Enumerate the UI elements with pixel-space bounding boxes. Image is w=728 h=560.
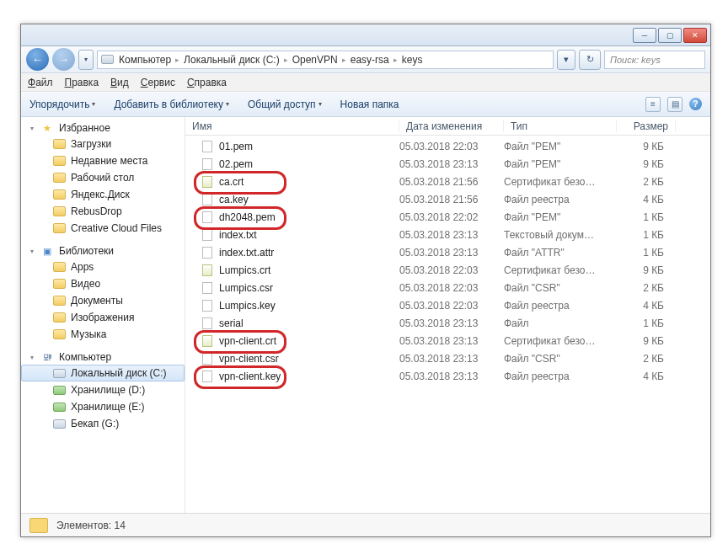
col-size[interactable]: Размер [617, 120, 676, 132]
file-row[interactable]: vpn-client.crt05.03.2018 23:13Сертификат… [185, 332, 710, 349]
new-folder-button[interactable]: Новая папка [340, 99, 399, 110]
back-button[interactable]: ← [26, 48, 49, 71]
file-size: 4 КБ [617, 300, 676, 312]
crumb[interactable]: OpenVPN [292, 54, 338, 66]
statusbar: Элементов: 14 [21, 513, 710, 536]
crumb[interactable]: easy-rsa [351, 54, 389, 66]
search-input[interactable]: Поиск: keys [604, 51, 705, 69]
titlebar: ─ ▢ ✕ [21, 24, 710, 46]
file-size: 2 КБ [617, 353, 676, 365]
file-row[interactable]: index.txt05.03.2018 23:13Текстовый докум… [185, 226, 710, 243]
file-row[interactable]: vpn-client.key05.03.2018 23:13Файл реест… [185, 367, 710, 385]
crumb[interactable]: Компьютер [119, 54, 171, 66]
file-date: 05.03.2018 23:13 [399, 317, 504, 329]
organize-button[interactable]: Упорядочить▾ [29, 99, 95, 110]
add-library-button[interactable]: Добавить в библиотеку▾ [114, 99, 229, 110]
file-name: vpn-client.crt [219, 335, 276, 347]
refresh-button[interactable]: ↻ [579, 50, 601, 70]
address-bar[interactable]: Компьютер▸ Локальный диск (C:)▸ OpenVPN▸… [97, 51, 554, 69]
file-type: Сертификат безо… [504, 176, 617, 188]
maximize-button[interactable]: ▢ [658, 28, 682, 43]
sidebar-item-fav-0[interactable]: Загрузки [21, 136, 185, 152]
drive-icon [101, 55, 114, 64]
sidebar-item-comp-1[interactable]: Хранилище (D:) [21, 381, 185, 398]
file-row[interactable]: ca.key05.03.2018 21:56Файл реестра4 КБ [185, 190, 710, 208]
sidebar-item-label: Видео [71, 278, 100, 290]
file-type: Файл "CSR" [504, 353, 617, 365]
sidebar-item-lib-1[interactable]: Видео [21, 275, 185, 292]
forward-button[interactable]: → [52, 48, 75, 71]
menu-edit[interactable]: Правка [65, 77, 99, 88]
item-count: Элементов: 14 [56, 520, 126, 531]
sidebar-item-fav-1[interactable]: Недавние места [21, 152, 185, 169]
file-date: 05.03.2018 22:03 [399, 300, 504, 312]
sidebar-item-lib-4[interactable]: Музыка [21, 326, 185, 343]
sidebar-item-lib-0[interactable]: Apps [21, 259, 185, 275]
minimize-button[interactable]: ─ [633, 28, 656, 43]
close-button[interactable]: ✕ [683, 28, 707, 43]
file-date: 05.03.2018 22:03 [399, 141, 504, 152]
file-type: Файл реестра [504, 300, 617, 312]
sidebar-item-comp-2[interactable]: Хранилище (E:) [21, 398, 185, 415]
crumb[interactable]: keys [402, 54, 423, 66]
file-list: 01.pem05.03.2018 22:03Файл "PEM"9 КБ02.p… [185, 136, 710, 385]
file-row[interactable]: 02.pem05.03.2018 23:13Файл "PEM"9 КБ [185, 155, 710, 173]
sidebar-item-comp-3[interactable]: Бекап (G:) [21, 415, 185, 432]
sidebar-item-label: Локальный диск (C:) [71, 367, 167, 379]
sidebar-item-fav-3[interactable]: Яндекс.Диск [21, 186, 185, 203]
sidebar-item-lib-2[interactable]: Документы [21, 292, 185, 309]
col-date[interactable]: Дата изменения [399, 120, 504, 132]
menu-tools[interactable]: Сервис [141, 77, 175, 88]
sidebar-item-label: Creative Cloud Files [71, 222, 162, 234]
share-button[interactable]: Общий доступ▾ [248, 99, 322, 110]
sidebar-item-fav-2[interactable]: Рабочий стол [21, 169, 185, 186]
file-date: 05.03.2018 23:13 [399, 371, 504, 382]
file-size: 2 КБ [617, 176, 676, 188]
file-name: 01.pem [219, 141, 253, 152]
crumb[interactable]: Локальный диск (C:) [184, 54, 280, 66]
file-type: Файл реестра [504, 371, 617, 382]
libraries-icon: ▣ [40, 245, 54, 257]
file-date: 05.03.2018 23:13 [399, 247, 504, 259]
sidebar-item-fav-4[interactable]: RebusDrop [21, 203, 185, 220]
sidebar: ▾★ Избранное ЗагрузкиНедавние местаРабоч… [21, 117, 185, 513]
file-type: Файл "PEM" [504, 211, 617, 223]
libraries-root[interactable]: ▾▣ Библиотеки [21, 243, 185, 259]
file-row[interactable]: 01.pem05.03.2018 22:03Файл "PEM"9 КБ [185, 137, 710, 155]
menu-view[interactable]: Вид [110, 77, 129, 88]
sidebar-item-comp-0[interactable]: Локальный диск (C:) [21, 365, 185, 381]
col-name[interactable]: Имя [185, 120, 399, 132]
menu-help[interactable]: Справка [187, 77, 227, 88]
file-type: Файл реестра [504, 194, 617, 205]
file-row[interactable]: index.txt.attr05.03.2018 23:13Файл "ATTR… [185, 243, 710, 261]
file-name: Lumpics.key [219, 300, 276, 312]
favorites-root[interactable]: ▾★ Избранное [21, 120, 185, 136]
file-date: 05.03.2018 22:03 [399, 264, 504, 276]
file-size: 9 КБ [617, 141, 676, 152]
col-type[interactable]: Тип [504, 120, 617, 132]
file-type: Файл [504, 317, 617, 329]
file-size: 4 КБ [617, 194, 676, 205]
sidebar-item-fav-5[interactable]: Creative Cloud Files [21, 220, 185, 237]
file-row[interactable]: ca.crt05.03.2018 21:56Сертификат безо…2 … [185, 173, 710, 190]
computer-root[interactable]: ▾🖳 Компьютер [21, 349, 185, 365]
sidebar-item-lib-3[interactable]: Изображения [21, 309, 185, 326]
sidebar-item-label: Хранилище (D:) [71, 384, 145, 396]
history-dropdown[interactable]: ▾ [78, 50, 94, 70]
address-dropdown[interactable]: ▾ [557, 50, 575, 70]
view-mode-button[interactable]: ≡ [645, 97, 661, 112]
sidebar-item-label: RebusDrop [71, 205, 122, 217]
file-row[interactable]: serial05.03.2018 23:13Файл1 КБ [185, 314, 710, 332]
sidebar-item-label: Яндекс.Диск [71, 189, 130, 200]
menu-file[interactable]: Файл [28, 77, 53, 88]
column-header: Имя Дата изменения Тип Размер [185, 117, 710, 136]
file-row[interactable]: vpn-client.csr05.03.2018 23:13Файл "CSR"… [185, 349, 710, 367]
file-row[interactable]: Lumpics.crt05.03.2018 22:03Сертификат бе… [185, 261, 710, 279]
preview-pane-button[interactable]: ▤ [667, 97, 682, 112]
help-icon[interactable]: ? [689, 98, 702, 110]
file-row[interactable]: Lumpics.csr05.03.2018 22:03Файл "CSR"2 К… [185, 279, 710, 296]
file-name: Lumpics.csr [219, 282, 273, 294]
file-row[interactable]: dh2048.pem05.03.2018 22:02Файл "PEM"1 КБ [185, 208, 710, 226]
file-date: 05.03.2018 23:13 [399, 335, 504, 347]
file-row[interactable]: Lumpics.key05.03.2018 22:03Файл реестра4… [185, 296, 710, 314]
